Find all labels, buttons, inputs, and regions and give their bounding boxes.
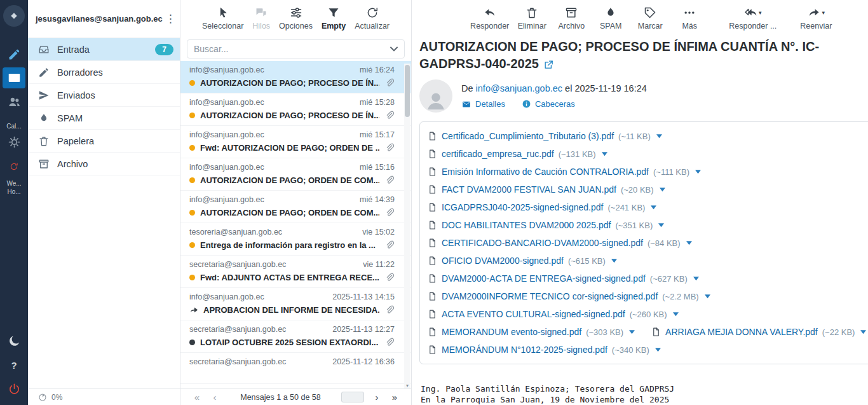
account-menu-icon[interactable]: ⋮	[163, 12, 179, 25]
select-button[interactable]: Seleccionar	[202, 6, 243, 31]
webmail-app: Cal... We... Ho... ? jesusgavilanes@sanj…	[0, 0, 868, 405]
attachment-menu-icon[interactable]	[860, 330, 866, 334]
reply-button[interactable]: Responder	[470, 6, 509, 31]
folder-drafts[interactable]: Borradores	[28, 61, 180, 84]
reply-all-button[interactable]: ▾ Responder ...	[729, 6, 776, 31]
plugin-label-1[interactable]: We...	[6, 180, 21, 188]
attachment-link[interactable]: certificado_empresa_ruc.pdf	[442, 149, 554, 159]
attachment-size: (~627 KB)	[650, 274, 688, 284]
calendar-nav-label[interactable]: Cal...	[6, 123, 21, 130]
attachment-item: ACTA EVENTO CULTURAL-signed-signed.pdf(~…	[428, 308, 679, 320]
last-page-button[interactable]: »	[386, 392, 403, 402]
help-button[interactable]: ?	[1, 353, 27, 377]
archive-button[interactable]: Archivo	[555, 6, 588, 31]
plugin-label-2[interactable]: Ho...	[7, 188, 20, 196]
spam-button[interactable]: SPAM	[594, 6, 627, 31]
list-item[interactable]: info@sanjuan.gob.ecmié 14:39 AUTORIZACIO…	[180, 191, 411, 223]
list-item[interactable]: secretaria@sanjuan.gob.ec2025-11-13 12:2…	[180, 320, 411, 353]
folder-inbox[interactable]: Entrada 7	[28, 38, 180, 61]
details-link[interactable]: Detalles	[461, 99, 505, 109]
list-item[interactable]: tesoreria@sanjuan.gob.ecvie 15:02 Entreg…	[180, 223, 411, 256]
pdf-file-icon	[428, 291, 437, 302]
attachment-menu-icon[interactable]	[655, 348, 661, 352]
open-in-new-window-icon[interactable]	[543, 59, 554, 70]
forward-button[interactable]: ▾ Reenviar	[799, 6, 832, 31]
folder-spam[interactable]: SPAM	[28, 107, 180, 130]
attachment-menu-icon[interactable]	[695, 170, 701, 174]
attachment-menu-icon[interactable]	[693, 277, 699, 281]
attachment-link[interactable]: FACT DVAM2000 FESTIVAL SAN JUAN.pdf	[442, 184, 616, 195]
reading-pane: Responder Eliminar Archivo SPAM Marcar M…	[412, 0, 868, 405]
attachment-menu-icon[interactable]	[658, 223, 664, 228]
plugin-icon[interactable]	[1, 154, 27, 179]
chevron-down-icon[interactable]: ▾	[759, 10, 762, 16]
settings-nav-button[interactable]	[1, 130, 27, 154]
page-number-input[interactable]	[341, 392, 364, 402]
compose-button[interactable]	[1, 42, 27, 66]
list-item[interactable]: info@sanjuan.gob.ec2025-11-13 14:15 APRO…	[180, 288, 411, 320]
attachment-link[interactable]: Emisión Informativo de Caución CONTRALOR…	[442, 167, 649, 177]
list-item[interactable]: info@sanjuan.gob.ecmié 15:28 AUTORIZACIO…	[180, 93, 411, 126]
sender-email-link[interactable]: info@sanjuan.gob.ec	[476, 83, 562, 93]
inbox-icon	[38, 44, 50, 55]
empty-filter-button[interactable]: Empty	[322, 6, 346, 31]
avatar	[419, 79, 452, 113]
attachment-menu-icon[interactable]	[629, 330, 635, 334]
account-header: jesusgavilanes@sanjuan.gob.ec ⋮	[28, 0, 180, 38]
threads-button[interactable]: Hilos	[252, 6, 270, 31]
search-options-chevron-icon[interactable]	[390, 46, 398, 51]
next-page-button[interactable]: ›	[368, 392, 386, 402]
contacts-nav-button[interactable]	[1, 90, 27, 114]
attachment-size: (~22 KB)	[822, 327, 855, 337]
attachment-menu-icon[interactable]	[651, 205, 656, 210]
folder-sent[interactable]: Enviados	[28, 84, 180, 107]
attachment-link[interactable]: DVAM2000INFORME TECNICO cor-signed-signe…	[442, 291, 658, 301]
folder-trash[interactable]: Papelera	[28, 130, 180, 153]
attachment-link[interactable]: ICGADPRSJ040-2025-signed-signed.pdf	[442, 202, 603, 212]
attachment-menu-icon[interactable]	[602, 152, 607, 156]
search-input[interactable]	[194, 44, 385, 54]
list-item[interactable]: secretaria@sanjuan.gob.ec2025-11-12 16:3…	[180, 353, 411, 384]
message-date: mié 15:28	[360, 98, 395, 107]
attachment-link[interactable]: MEMORÁNDUM N°1012-2025-signed.pdf	[442, 345, 607, 355]
message-sender: info@sanjuan.gob.ec	[189, 195, 264, 204]
list-scrollbar[interactable]: ▾	[404, 64, 410, 388]
attachment-link[interactable]: Certificado_Cumplimiento_Tributario (3).…	[442, 131, 614, 141]
prev-page-button[interactable]: ‹	[206, 392, 224, 402]
folder-archive[interactable]: Archivo	[28, 153, 180, 175]
message-date: 2025-11-13 12:27	[332, 325, 395, 334]
dark-mode-icon[interactable]	[1, 329, 27, 353]
headers-link[interactable]: Cabeceras	[522, 99, 575, 109]
attachment-menu-icon[interactable]	[611, 259, 617, 263]
first-page-button[interactable]: «	[188, 392, 206, 402]
attachment-link[interactable]: ACTA EVENTO CULTURAL-signed-signed.pdf	[442, 309, 625, 319]
attachment-link[interactable]: ARRIAGA MEJIA DONNA VALERY.pdf	[665, 327, 818, 337]
list-scrollbar-thumb[interactable]	[405, 65, 410, 117]
attachment-menu-icon[interactable]	[656, 134, 662, 139]
list-item[interactable]: info@sanjuan.gob.ecmié 15:16 AUTORIZACIO…	[180, 158, 411, 191]
mark-button[interactable]: Marcar	[634, 6, 667, 31]
unread-dot-icon	[189, 275, 195, 280]
attachment-menu-icon[interactable]	[673, 312, 679, 317]
attachment-menu-icon[interactable]	[686, 241, 692, 245]
more-button[interactable]: Más	[673, 6, 706, 31]
options-button[interactable]: Opciones	[279, 6, 313, 31]
attachment-link[interactable]: CERTIFICADO-BANCARIO-DVAM2000-signed.pdf	[442, 238, 643, 248]
list-item[interactable]: secretaria@sanjuan.gob.ecvie 11:22 Fwd: …	[180, 256, 411, 288]
app-logo[interactable]	[3, 5, 25, 27]
delete-button[interactable]: Eliminar	[515, 6, 548, 31]
attachment-link[interactable]: DOC HABILITANTES DVAM2000 2025.pdf	[442, 220, 611, 230]
attachment-menu-icon[interactable]	[660, 188, 665, 192]
logout-button[interactable]	[1, 377, 27, 401]
refresh-button[interactable]: Actualizar	[355, 6, 390, 31]
scroll-down-icon[interactable]: ▾	[404, 383, 410, 388]
message-subject: Fwd: ADJUNTO ACTAS DE ENTREGA RECE...	[200, 273, 379, 282]
attachment-link[interactable]: DVAM2000-ACTA DE ENTREGA-signed-signed.p…	[442, 273, 646, 284]
attachment-menu-icon[interactable]	[705, 294, 710, 299]
mail-nav-button[interactable]	[3, 67, 25, 88]
attachment-link[interactable]: MEMORANDUM evento-signed.pdf	[442, 327, 581, 337]
list-item[interactable]: info@sanjuan.gob.ecmié 15:17 Fwd: AUTORI…	[180, 126, 411, 158]
chevron-down-icon[interactable]: ▾	[822, 10, 825, 16]
attachment-link[interactable]: OFICIO DVAM2000-signed.pdf	[442, 256, 564, 266]
list-item[interactable]: info@sanjuan.gob.ecmié 16:24 AUTORIZACIO…	[180, 61, 411, 93]
